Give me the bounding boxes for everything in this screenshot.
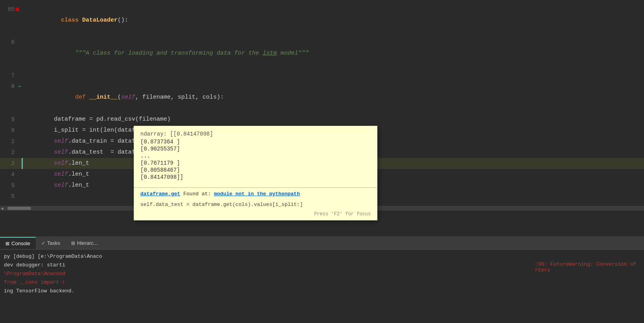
code-line-9: 9 dataframe = pd.read_csv(filename) xyxy=(0,114,644,125)
bottom-tabs: ⊠ Console ✓ Tasks ⊞ Hierarc... xyxy=(0,237,644,250)
line-number-7: 7 xyxy=(0,70,22,81)
console-line-4: from ._conv import r xyxy=(4,279,640,286)
found-at-label: Found at: xyxy=(183,191,214,197)
line-number-5a: 5 xyxy=(0,180,22,191)
line-number-8: ⇒ 8 xyxy=(0,81,22,92)
right-console-error-1: :36: FutureWarning: Conversion of xyxy=(535,261,636,267)
tooltip-found-at: dataframe.get Found at: module not in th… xyxy=(134,191,377,200)
line-content-65[interactable]: class DataLoader(): xyxy=(22,4,644,37)
tooltip-press-f2: Press 'F2' for focus xyxy=(134,211,377,220)
code-area[interactable]: 65 class DataLoader(): 6 """A class for … xyxy=(0,0,644,237)
line-content-8: def __init__(self, filename, split, cols… xyxy=(22,81,644,114)
hierarchy-tab-label: Hierarc... xyxy=(77,240,98,246)
docstring-lstm: lstm xyxy=(263,50,277,57)
data-row-4: [0.7671179 ] xyxy=(140,160,371,166)
console-tab-label: Console xyxy=(11,240,30,246)
right-console-error-2: rters xyxy=(535,267,636,273)
tooltip-data: ndarray: [[0.84147098] [0.8737364 ] [0.9… xyxy=(134,126,377,184)
data-row-3: ... xyxy=(140,153,371,159)
line-content-6: """A class for loading and transforming … xyxy=(22,37,644,70)
docstring: """A class for loading and transforming … xyxy=(61,50,248,57)
keyword-class: class xyxy=(61,17,82,24)
line-number-1: 1 xyxy=(0,136,22,147)
right-console-text: :36: FutureWarning: Conversion of rters xyxy=(535,250,636,273)
console-tab-icon: ⊠ xyxy=(6,241,9,246)
line-number-3: 3 xyxy=(0,158,22,169)
self-kw-5: self xyxy=(54,171,68,178)
line-number-6: 6 xyxy=(0,37,22,48)
bottom-panel: ⊠ Console ✓ Tasks ⊞ Hierarc... py [debug… xyxy=(0,237,644,323)
scroll-thumb[interactable] xyxy=(7,207,31,210)
line-number-4: 4 xyxy=(0,169,22,180)
line-number-2: 2 xyxy=(0,147,22,158)
right-console-line-1 xyxy=(535,250,636,255)
ndarray-label: ndarray: [[0.84147098] xyxy=(140,131,371,137)
code-line-65: 65 class DataLoader(): xyxy=(0,4,644,37)
fn-init: __init__ xyxy=(89,94,118,101)
tooltip-code-preview: self.data_test = dataframe.get(cols).val… xyxy=(134,200,377,211)
tooltip-popup: ndarray: [[0.84147098] [0.8737364 ] [0.9… xyxy=(134,126,377,220)
docstring-model: model""" xyxy=(277,50,309,57)
class-name: DataLoader xyxy=(82,17,118,24)
self-kw-6: self xyxy=(54,182,68,189)
tab-tasks[interactable]: ✓ Tasks xyxy=(36,237,66,249)
kw-def: def xyxy=(75,94,89,101)
line-number-9: 9 xyxy=(0,114,22,125)
debug-arrow-8: ⇒ xyxy=(18,81,21,92)
console-content: py [debug] [e:\ProgramData\Anaco dev deb… xyxy=(0,250,644,323)
tasks-tab-label: Tasks xyxy=(47,240,60,246)
data-row-6: [0.84147098]] xyxy=(140,174,371,180)
tasks-tab-icon: ✓ xyxy=(41,240,45,246)
data-row-1: [0.8737364 ] xyxy=(140,139,371,145)
docstring-the: the xyxy=(248,50,263,57)
not-in-path[interactable]: module not in the pythonpath xyxy=(214,191,300,197)
line-number-5b: 5 xyxy=(0,191,22,202)
current-line-marker xyxy=(22,158,23,169)
self-kw-3: self xyxy=(54,149,68,156)
tab-console[interactable]: ⊠ Console xyxy=(0,237,36,249)
line-content-7 xyxy=(22,70,644,81)
breakpoint-65 xyxy=(15,7,19,11)
self-kw-1: self xyxy=(121,94,135,101)
code-line-6: 6 """A class for loading and transformin… xyxy=(0,37,644,70)
tooltip-divider xyxy=(134,187,377,188)
found-at-link[interactable]: dataframe.get xyxy=(140,191,180,197)
scroll-left-icon[interactable]: ◀ xyxy=(1,206,4,211)
code-line-7: 7 xyxy=(0,70,644,81)
line-number-65: 65 xyxy=(0,4,22,15)
data-row-2: [0.90255357] xyxy=(140,146,371,152)
code-line-8: ⇒ 8 def __init__(self, filename, split, … xyxy=(0,81,644,114)
console-line-5: ing TensorFlow backend. xyxy=(4,287,640,295)
hierarchy-tab-icon: ⊞ xyxy=(71,240,75,246)
data-row-5: [0.80588467] xyxy=(140,167,371,173)
self-kw-2: self xyxy=(54,138,68,145)
editor-container: 65 class DataLoader(): 6 """A class for … xyxy=(0,0,644,323)
tab-hierarchy[interactable]: ⊞ Hierarc... xyxy=(66,237,103,249)
line-number-0a: 0 xyxy=(0,125,22,136)
right-console-line-2 xyxy=(535,255,636,261)
self-kw-4: self xyxy=(54,160,68,167)
line-content-9: dataframe = pd.read_csv(filename) xyxy=(22,114,644,125)
